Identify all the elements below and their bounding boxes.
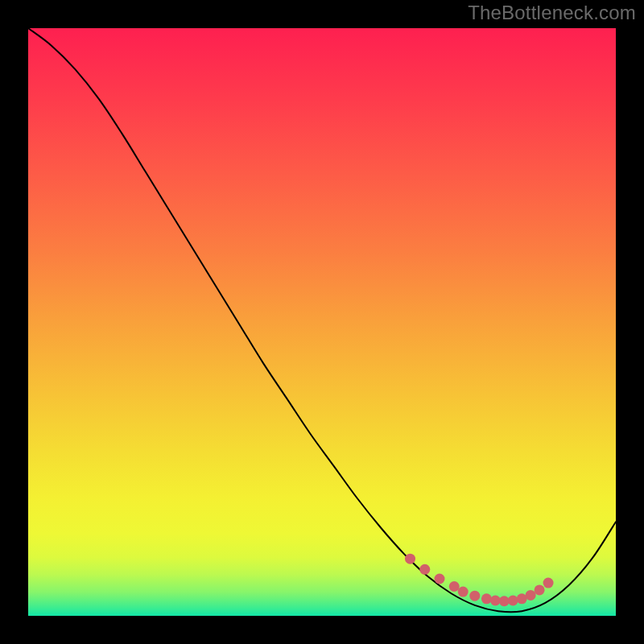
- highlight-dot: [449, 581, 460, 592]
- plot-area: [28, 28, 616, 616]
- highlight-dot: [508, 596, 518, 606]
- highlight-dot: [458, 587, 469, 597]
- highlight-dot: [543, 578, 554, 588]
- highlight-dot: [526, 590, 536, 601]
- highlight-dot: [435, 574, 445, 584]
- watermark-label: TheBottleneck.com: [468, 2, 636, 24]
- chart-container: TheBottleneck.com: [0, 0, 644, 644]
- highlight-dot: [469, 591, 480, 601]
- highlight-dot: [405, 554, 415, 564]
- highlight-dot: [419, 564, 430, 575]
- chart-svg: [28, 28, 616, 616]
- highlight-dot: [481, 593, 492, 604]
- gradient-background: [28, 28, 616, 616]
- highlight-dot: [535, 584, 545, 595]
